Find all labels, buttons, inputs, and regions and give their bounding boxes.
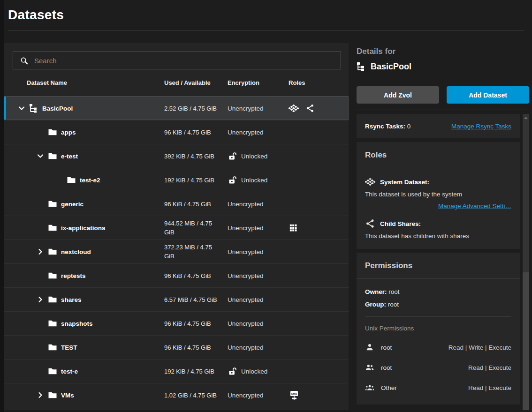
table-row[interactable]: TEST96 KiB / 4.75 GiBUnencrypted <box>4 335 349 359</box>
encryption-state: Unencrypted <box>228 201 264 208</box>
role-item: Child Shares: <box>365 218 511 229</box>
role-item-link-row: Manage Advanced Setti… <box>365 202 511 210</box>
dataset-name-cell: apps <box>4 127 160 137</box>
column-header-roles: Roles <box>284 79 349 86</box>
used-available-cell: 96 KiB / 4.75 GiB <box>160 270 223 282</box>
table-row[interactable]: VMs1.02 GiB / 4.75 GiBUnencrypted <box>4 383 349 407</box>
table-row[interactable]: test-e2192 KiB / 4.75 GiBUnlocked <box>4 168 349 192</box>
permission-who: root <box>365 363 392 372</box>
encryption-state: Unencrypted <box>228 272 264 279</box>
expand-spacer <box>37 320 44 327</box>
table-row[interactable]: BasicPool2.52 GiB / 4.75 GiBUnencrypted <box>4 96 349 120</box>
expand-toggle[interactable] <box>37 152 44 160</box>
roles-cell <box>284 390 349 401</box>
expand-toggle[interactable] <box>37 296 44 303</box>
table-row[interactable]: shares6.57 MiB / 4.75 GiBUnencrypted <box>4 287 349 311</box>
encryption-cell: Unencrypted <box>223 225 284 232</box>
roles-card-title: Roles <box>357 142 520 168</box>
search-input[interactable] <box>34 57 335 65</box>
details-scrollbar[interactable] <box>523 114 529 410</box>
permission-name: root <box>381 344 392 351</box>
dataset-name: generic <box>61 201 84 208</box>
add-zvol-button[interactable]: Add Zvol <box>357 86 439 104</box>
role-item: System Dataset: <box>365 177 511 187</box>
role-item-label: System Dataset: <box>380 179 429 186</box>
encryption-state: Unlocked <box>241 368 267 375</box>
permission-name: Other <box>381 384 397 391</box>
scrollbar-thumb[interactable] <box>523 272 529 410</box>
dataset-name-cell: test-e <box>4 367 160 376</box>
system-dataset-icon <box>289 103 299 113</box>
search-box[interactable] <box>13 52 341 69</box>
dataset-name: test-e <box>61 368 78 375</box>
encryption-cell: Unencrypted <box>223 272 284 279</box>
folder-icon <box>48 319 57 328</box>
encryption-cell: Unlocked <box>223 151 284 161</box>
dataset-name-cell: reptests <box>4 271 160 280</box>
table-row[interactable]: reptests96 KiB / 4.75 GiBUnencrypted <box>4 263 349 287</box>
encryption-state: Unlocked <box>241 153 267 160</box>
expand-toggle[interactable] <box>37 391 44 399</box>
table-row[interactable]: test-e192 KiB / 4.75 GiBUnlocked <box>4 359 349 383</box>
dataset-name: snapshots <box>61 320 93 327</box>
used-available-cell: 96 KiB / 4.75 GiB <box>160 198 223 210</box>
dataset-name: e-test <box>61 153 78 160</box>
table-row[interactable]: snapshots96 KiB / 4.75 GiBUnencrypted <box>4 311 349 335</box>
permission-entry: rootRead | Execute <box>365 363 511 372</box>
expand-spacer <box>37 128 44 136</box>
scrollbar-up-arrow-icon[interactable] <box>524 117 528 119</box>
permissions-card-title: Permissions <box>357 253 520 279</box>
encryption-cell: Unlocked <box>223 367 284 376</box>
add-dataset-button[interactable]: Add Dataset <box>447 86 529 104</box>
dataset-name: nextcloud <box>61 248 91 255</box>
used-available-cell: 2.52 GiB / 4.75 GiB <box>160 102 223 115</box>
dataset-name: reptests <box>61 272 86 279</box>
dataset-name: apps <box>61 129 76 136</box>
table-row[interactable]: apps96 KiB / 4.75 GiBUnencrypted <box>4 120 349 144</box>
table-row[interactable]: ix-applications944.52 MiB / 4.75 GiBUnen… <box>4 216 349 240</box>
chevron-right-icon <box>37 248 44 255</box>
dataset-name-cell: VMs <box>4 390 160 400</box>
table-row[interactable]: nextcloud372.23 MiB / 4.75 GiBUnencrypte… <box>4 240 349 263</box>
folder-icon <box>48 223 57 232</box>
expand-toggle[interactable] <box>37 248 44 255</box>
encryption-cell: Unencrypted <box>223 248 284 255</box>
manage-advanced-settings-link[interactable]: Manage Advanced Setti… <box>438 202 511 210</box>
expand-toggle[interactable] <box>18 105 25 112</box>
encryption-cell: Unencrypted <box>223 201 284 208</box>
lock-open-icon <box>228 175 237 185</box>
encryption-state: Unencrypted <box>228 296 264 303</box>
details-dataset-name: BasicPool <box>371 62 411 72</box>
used-available-cell: 6.57 MiB / 4.75 GiB <box>160 293 223 306</box>
system-dataset-icon <box>365 177 375 187</box>
encryption-cell: Unencrypted <box>223 296 284 303</box>
divider <box>357 110 529 110</box>
encryption-cell: Unlocked <box>223 175 284 185</box>
apps-icon <box>289 223 298 232</box>
folder-icon <box>67 175 76 185</box>
dataset-name: ix-applications <box>61 225 106 232</box>
dataset-tree-icon <box>357 62 366 71</box>
column-header-used-available: Used / Available <box>160 79 223 86</box>
column-header-dataset-name: Dataset Name <box>4 79 160 86</box>
table-row[interactable]: e-test392 KiB / 4.75 GiBUnlocked <box>4 144 349 168</box>
unix-permissions-label: Unix Permissions <box>365 325 511 332</box>
permission-values: Read | Execute <box>468 384 511 391</box>
manage-rsync-tasks-link[interactable]: Manage Rsync Tasks <box>451 123 511 130</box>
folder-icon <box>48 199 57 209</box>
expand-spacer <box>55 176 63 184</box>
table-body: BasicPool2.52 GiB / 4.75 GiBUnencrypteda… <box>4 96 349 407</box>
used-available-cell: 96 KiB / 4.75 GiB <box>160 126 223 139</box>
encryption-state: Unencrypted <box>228 344 264 351</box>
divider <box>365 316 511 317</box>
dataset-name: VMs <box>61 392 74 399</box>
permission-who: root <box>365 343 392 352</box>
expand-spacer <box>37 272 44 279</box>
rsync-tasks-card: Rsync Tasks: 0 Manage Rsync Tasks <box>357 114 520 138</box>
dataset-name-cell: TEST <box>4 343 160 352</box>
lock-open-icon <box>228 151 237 161</box>
table-row[interactable]: generic96 KiB / 4.75 GiBUnencrypted <box>4 192 349 216</box>
divider <box>357 79 529 79</box>
dataset-name: BasicPool <box>42 105 73 112</box>
dataset-name-cell: ix-applications <box>4 223 160 232</box>
